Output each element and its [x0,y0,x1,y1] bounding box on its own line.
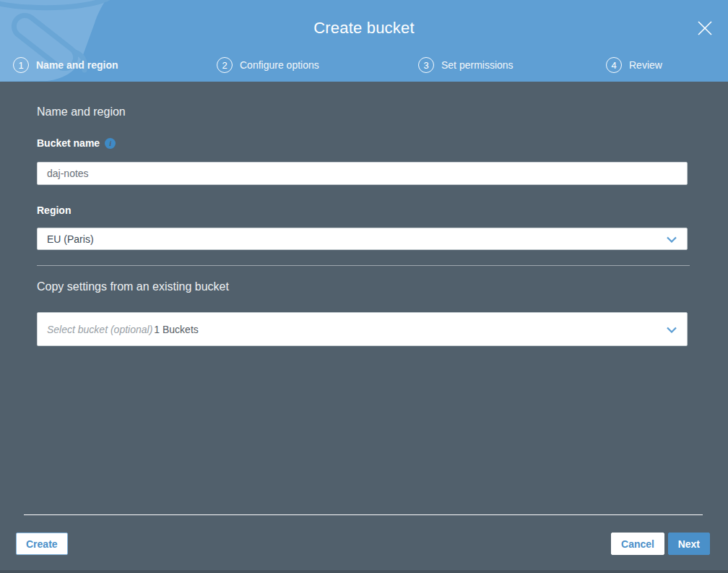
step-name-and-region[interactable]: 1 Name and region [13,56,118,74]
bucket-name-label-text: Bucket name [37,137,100,149]
step-number-badge: 2 [217,57,233,73]
step-label: Set permissions [441,59,514,71]
footer-divider [24,514,703,515]
region-label-text: Region [37,204,71,216]
chevron-down-icon [667,324,677,335]
create-button[interactable]: Create [16,533,68,555]
info-icon[interactable]: i [105,138,116,149]
region-label: Region [37,204,71,216]
step-label: Configure options [240,59,319,71]
step-set-permissions[interactable]: 3 Set permissions [418,56,514,74]
region-select[interactable]: EU (Paris) [37,228,688,250]
cancel-button[interactable]: Cancel [611,533,664,555]
dialog-title: Create bucket [0,19,728,38]
step-number-badge: 4 [606,57,622,73]
next-button[interactable]: Next [668,533,710,555]
step-label: Review [629,59,662,71]
section-heading-copy-settings: Copy settings from an existing bucket [37,280,229,293]
step-number-badge: 3 [418,57,434,73]
create-bucket-dialog: Create bucket 1 Name and region 2 Config… [0,0,728,570]
region-select-value: EU (Paris) [47,233,94,245]
copy-settings-bucket-select[interactable]: Select bucket (optional) 1 Buckets [37,312,688,346]
bucket-name-label: Bucket name i [37,137,116,149]
dialog-header: Create bucket 1 Name and region 2 Config… [0,0,728,82]
bucket-select-placeholder: Select bucket (optional) [47,324,152,335]
chevron-down-icon [667,233,677,245]
section-heading-name-and-region: Name and region [37,105,126,119]
bucket-name-input[interactable] [37,162,688,185]
section-divider [37,265,690,266]
step-number-badge: 1 [13,57,29,73]
bucket-select-count: 1 Buckets [154,324,198,335]
step-review[interactable]: 4 Review [606,56,662,74]
close-icon[interactable] [695,18,715,38]
step-configure-options[interactable]: 2 Configure options [217,56,319,74]
step-label: Name and region [36,59,118,71]
